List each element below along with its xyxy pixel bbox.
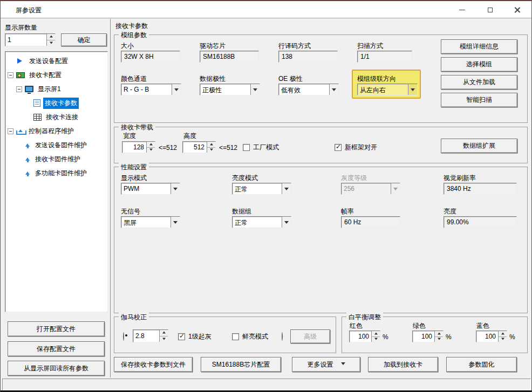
chevron-down-icon[interactable] (172, 84, 181, 95)
brightness-mode-dropdown[interactable]: 正常 (232, 183, 291, 195)
width-stepper[interactable] (122, 141, 155, 153)
chevron-down-icon[interactable] (170, 183, 180, 194)
gray-level-dropdown: 256 (341, 183, 400, 195)
tree-item-multifunction-card-firmware[interactable]: 多功能卡固件维护 (5, 166, 107, 180)
spin-down-icon[interactable] (435, 336, 443, 342)
checkbox-icon[interactable] (243, 144, 250, 151)
blue-unit-label: % (509, 333, 515, 341)
spin-down-icon[interactable] (207, 147, 215, 153)
collapse-icon[interactable] (8, 128, 13, 134)
screen-count-stepper[interactable] (5, 33, 56, 46)
no-signal-label: 无信号 (121, 207, 140, 216)
solidify-params-button[interactable]: 参数固化 (446, 357, 517, 372)
gray-start-checkbox[interactable]: 1级起灰 (178, 332, 212, 341)
height-stepper[interactable] (182, 141, 216, 153)
tree-item-controller-maintenance[interactable]: 控制器程序维护 (5, 124, 107, 138)
gamma-input[interactable] (133, 330, 159, 342)
tree-item-send-device-config[interactable]: 发送设备配置 (5, 54, 107, 68)
display-mode-dropdown[interactable]: PWM (121, 183, 180, 195)
scan-mode-field: 1/1 (357, 51, 412, 63)
cascade-direction-dropdown[interactable]: 从左向右 (357, 84, 418, 95)
data-group-dropdown[interactable]: 正常 (232, 216, 291, 228)
maximize-button[interactable] (481, 4, 499, 16)
data-group-expand-button[interactable]: 数据组扩展 (441, 139, 517, 153)
visual-refresh-label: 视觉刷新率 (444, 174, 476, 183)
more-settings-button[interactable]: 更多设置 (292, 357, 360, 372)
chip-config-button[interactable]: SM16188B芯片配置 (201, 357, 281, 372)
spin-up-icon[interactable] (207, 142, 215, 147)
green-stepper[interactable] (412, 331, 444, 342)
readback-all-params-button[interactable]: 从显示屏回读所有参数 (8, 361, 105, 376)
height-input[interactable] (183, 142, 207, 153)
confirm-button[interactable]: 确定 (61, 33, 107, 46)
smart-scan-button[interactable]: 智能扫描 (441, 93, 517, 107)
spin-up-icon[interactable] (372, 331, 380, 336)
chevron-down-icon[interactable] (329, 84, 338, 95)
up-arrow-icon (25, 169, 31, 177)
spin-down-icon[interactable] (147, 147, 155, 153)
vivid-mode-checkbox[interactable]: 鲜亮模式 (232, 332, 268, 341)
red-label: 红色 (350, 321, 363, 331)
green-unit-label: % (446, 333, 452, 341)
chevron-down-icon[interactable] (408, 84, 417, 95)
tree-item-receiving-card-config[interactable]: 接收卡配置 (5, 68, 107, 82)
collapse-icon[interactable] (8, 72, 13, 78)
spin-up-icon[interactable] (47, 34, 55, 40)
red-stepper[interactable] (349, 331, 380, 342)
color-channel-dropdown[interactable]: R - G - B (121, 84, 181, 95)
up-arrow-icon (25, 141, 31, 149)
tree-item-receiving-card-connection[interactable]: 接收卡连接 (5, 110, 107, 124)
oe-polarity-dropdown[interactable]: 低有效 (278, 84, 339, 95)
save-config-file-button[interactable]: 保存配置文件 (8, 341, 105, 356)
tree-item-display-screen-1[interactable]: 显示屏1 (5, 82, 107, 96)
new-frame-checkbox[interactable]: 新框架对开 (335, 143, 377, 152)
select-module-button[interactable]: 选择模组 (441, 57, 517, 72)
load-to-card-button[interactable]: 加载到接收卡 (368, 357, 438, 372)
collapse-icon[interactable] (16, 86, 22, 92)
tree-item-send-device-firmware[interactable]: 发送设备固件维护 (5, 138, 107, 152)
checkbox-icon[interactable] (335, 144, 342, 151)
checkbox-icon[interactable] (178, 333, 185, 340)
brightness-mode-label: 亮度模式 (232, 174, 258, 183)
screen-count-input[interactable] (5, 34, 46, 46)
monitor-icon (25, 86, 33, 92)
factory-mode-checkbox[interactable]: 工厂模式 (243, 143, 279, 152)
blue-stepper[interactable] (476, 331, 507, 342)
spin-up-icon[interactable] (435, 331, 443, 336)
gamma-value-radio[interactable] (123, 332, 124, 341)
chevron-down-icon[interactable] (250, 84, 260, 95)
gamma-advanced-radio[interactable] (282, 332, 283, 341)
no-signal-dropdown[interactable]: 黑屏 (121, 216, 180, 228)
spin-up-icon[interactable] (147, 142, 155, 147)
spin-down-icon[interactable] (499, 336, 507, 342)
brightness-field: 99.00% (444, 216, 517, 228)
minimize-button[interactable] (453, 4, 471, 16)
width-input[interactable] (122, 142, 146, 153)
spin-down-icon[interactable] (372, 336, 380, 342)
chevron-down-icon[interactable] (282, 183, 291, 194)
save-params-to-file-button[interactable]: 保存接收卡参数到文件 (114, 357, 193, 372)
blue-input[interactable] (476, 331, 498, 342)
advanced-button: 高级 (290, 329, 330, 343)
close-button[interactable] (508, 4, 526, 16)
checkbox-icon[interactable] (232, 333, 239, 340)
chevron-down-icon[interactable] (170, 217, 180, 228)
window-title: 屏参设置 (16, 6, 42, 15)
data-polarity-dropdown[interactable]: 正极性 (200, 84, 260, 95)
gamma-stepper[interactable] (133, 329, 168, 342)
spin-down-icon[interactable] (160, 336, 168, 342)
red-input[interactable] (350, 331, 371, 342)
spin-up-icon[interactable] (160, 330, 168, 336)
tree-item-receiving-card-params[interactable]: 接收卡参数 (5, 96, 107, 110)
green-input[interactable] (413, 331, 434, 342)
tree-item-receiving-card-firmware[interactable]: 接收卡固件维护 (5, 152, 107, 166)
display-mode-label: 显示模式 (121, 174, 147, 183)
panel-divider (110, 19, 111, 377)
spin-down-icon[interactable] (47, 40, 55, 46)
module-detail-button[interactable]: 模组详细信息 (441, 39, 517, 54)
close-icon (514, 7, 520, 13)
spin-up-icon[interactable] (499, 331, 507, 336)
load-from-file-button[interactable]: 从文件加载 (441, 75, 517, 90)
chevron-down-icon[interactable] (282, 217, 291, 228)
open-config-file-button[interactable]: 打开配置文件 (8, 321, 105, 336)
